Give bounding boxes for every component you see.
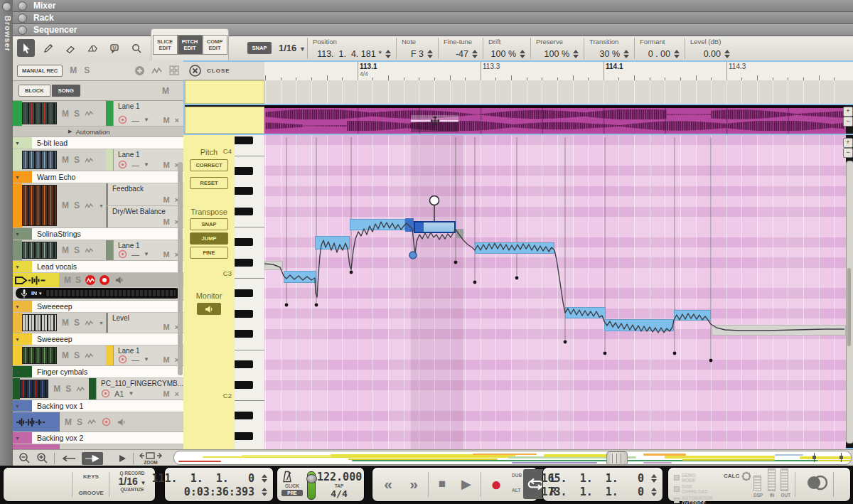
track-mute-button[interactable]: M bbox=[64, 275, 71, 285]
tempo-display[interactable]: 122.000 bbox=[317, 471, 361, 483]
prev-target-icon[interactable] bbox=[60, 454, 76, 463]
field-value[interactable]: 30 % bbox=[600, 49, 621, 59]
track-solo-button[interactable]: S bbox=[74, 245, 80, 255]
track-mute-button[interactable]: M bbox=[62, 109, 69, 119]
track-mute-button[interactable]: M bbox=[53, 384, 60, 394]
note-lane[interactable]: Lane 1 — ▼ M× bbox=[106, 240, 183, 260]
lane-mute-button[interactable]: M bbox=[163, 250, 169, 259]
track-name-row[interactable]: ▼ SolinaStrings bbox=[13, 228, 183, 240]
lane-record-icon[interactable] bbox=[118, 160, 127, 169]
device-thumbnail[interactable] bbox=[22, 185, 57, 226]
collapse-track-icon[interactable]: ▼ bbox=[15, 175, 20, 180]
pitch-correct-button[interactable]: CORRECT bbox=[190, 159, 228, 171]
lane-take-value[interactable]: — bbox=[132, 116, 139, 124]
lane-mute-button[interactable]: M bbox=[163, 161, 169, 169]
click-label[interactable]: CLICK bbox=[281, 483, 303, 488]
track-grid-icon[interactable] bbox=[169, 65, 179, 75]
piano-black-key[interactable] bbox=[235, 310, 253, 318]
zoom-out-icon[interactable] bbox=[18, 452, 31, 464]
field-value[interactable]: -47 bbox=[456, 49, 468, 59]
track-solo-button[interactable]: S bbox=[74, 109, 80, 119]
device-thumbnail[interactable] bbox=[20, 380, 48, 398]
piano-black-key[interactable] bbox=[235, 412, 253, 419]
snap-toggle-button[interactable]: SNAP bbox=[247, 42, 272, 54]
lane-record-icon[interactable] bbox=[101, 389, 110, 398]
fast-forward-button[interactable]: » bbox=[402, 471, 425, 498]
comp-edit-button[interactable]: COMP EDIT bbox=[203, 35, 227, 55]
master-solo-button[interactable]: S bbox=[84, 65, 90, 75]
note-lane[interactable]: Lane 1 — ▼ M× bbox=[106, 345, 183, 365]
field-spinner[interactable] bbox=[674, 50, 680, 58]
lane-mute-button[interactable]: M bbox=[163, 218, 169, 226]
loop-right-pin[interactable] bbox=[841, 453, 842, 462]
left-locator-spinner[interactable] bbox=[651, 474, 657, 483]
sequencer-window-bar[interactable]: Sequencer bbox=[13, 24, 853, 36]
cursor-tool-button[interactable] bbox=[17, 39, 35, 57]
alt-button[interactable]: ALT bbox=[512, 488, 522, 493]
track-name-row[interactable]: ▼ Sweeeeep bbox=[13, 333, 183, 345]
lane-mute-button[interactable]: M bbox=[163, 116, 169, 124]
collapse-track-icon[interactable]: ▼ bbox=[15, 141, 20, 146]
track-name-row[interactable]: ▼ 5-bit lead bbox=[13, 137, 183, 149]
track-mute-button[interactable]: M bbox=[62, 318, 69, 328]
notes-zoom-in-button[interactable]: + bbox=[843, 138, 853, 148]
block-mode-button[interactable]: BLOCK bbox=[18, 85, 50, 97]
eraser-tool-button[interactable] bbox=[61, 39, 79, 57]
lane-close-icon[interactable]: × bbox=[175, 116, 179, 124]
track-mute-button[interactable]: M bbox=[65, 417, 72, 427]
sequencer-window-button[interactable] bbox=[18, 26, 27, 35]
clip-zoom-in-button[interactable]: + bbox=[843, 107, 853, 117]
slice-edit-button[interactable]: SLICE EDIT bbox=[153, 35, 178, 55]
audio-clip-overview[interactable] bbox=[264, 105, 846, 134]
automation-icon[interactable] bbox=[85, 320, 94, 326]
automation-menu-icon[interactable] bbox=[151, 67, 163, 75]
track-mute-button[interactable]: M bbox=[62, 200, 69, 210]
track-solo-button[interactable]: S bbox=[65, 384, 71, 394]
dub-button[interactable]: DUB bbox=[512, 473, 522, 478]
rack-window-button[interactable] bbox=[18, 14, 27, 23]
monitor-speaker-button[interactable] bbox=[197, 303, 221, 315]
field-value[interactable]: 100 % bbox=[544, 49, 569, 59]
mixer-window-button[interactable] bbox=[18, 1, 27, 11]
rack-window-bar[interactable]: Rack bbox=[13, 12, 853, 24]
time-signature[interactable]: 4/4 bbox=[317, 488, 361, 499]
pitch-edit-button[interactable]: PITCH EDIT bbox=[178, 35, 203, 55]
field-spinner[interactable] bbox=[472, 50, 478, 58]
device-thumbnail[interactable] bbox=[22, 242, 57, 259]
right-locator-value[interactable]: 173. 1. 1. 0 bbox=[542, 486, 645, 498]
track-mute-button[interactable]: M bbox=[62, 350, 69, 360]
note-scroll-handle[interactable] bbox=[847, 268, 851, 346]
transpose-snap-button[interactable]: SNAP bbox=[190, 218, 228, 230]
lane-record-icon[interactable] bbox=[118, 355, 127, 364]
track-name-row[interactable]: ▼ Sweeeeep bbox=[13, 301, 183, 313]
note-lane[interactable]: Lane 1 — ▼ M× bbox=[106, 101, 183, 126]
automation-icon[interactable] bbox=[87, 419, 97, 425]
pitch-reset-button[interactable]: RESET bbox=[190, 177, 228, 189]
add-track-icon[interactable] bbox=[134, 65, 145, 76]
field-spinner[interactable] bbox=[623, 50, 629, 58]
song-position-bars[interactable]: 111. 1. 1. 0 bbox=[152, 472, 255, 485]
piano-black-key[interactable] bbox=[235, 330, 253, 338]
browser-sidebar-strip[interactable]: Browser bbox=[0, 0, 13, 466]
lane-take-value[interactable]: A1 bbox=[114, 390, 124, 398]
track-mute-button[interactable]: M bbox=[62, 245, 69, 255]
field-value[interactable]: 100 % bbox=[491, 49, 516, 59]
automation-icon[interactable] bbox=[85, 203, 94, 209]
track-solo-button[interactable]: S bbox=[75, 275, 81, 285]
keys-button[interactable]: KEYS bbox=[76, 473, 106, 480]
device-thumbnail[interactable] bbox=[22, 151, 57, 169]
lane-mute-button[interactable]: M bbox=[163, 355, 169, 364]
pre-button[interactable]: PRE bbox=[281, 490, 303, 496]
lane-take-value[interactable]: — bbox=[132, 161, 139, 169]
razor-tool-button[interactable] bbox=[83, 39, 101, 57]
lane-close-icon[interactable]: × bbox=[175, 390, 179, 398]
master-mute-button[interactable]: M bbox=[70, 65, 77, 75]
piano-black-key[interactable] bbox=[235, 381, 253, 389]
collapse-track-icon[interactable]: ▼ bbox=[15, 370, 20, 375]
piano-black-key[interactable] bbox=[235, 238, 253, 246]
monitor-speaker-icon[interactable] bbox=[116, 417, 127, 428]
zoom-in-icon[interactable] bbox=[36, 452, 48, 464]
record-enable-badge[interactable] bbox=[100, 275, 109, 285]
collapse-track-icon[interactable]: ▼ bbox=[15, 264, 20, 269]
piano-black-key[interactable] bbox=[235, 136, 253, 144]
